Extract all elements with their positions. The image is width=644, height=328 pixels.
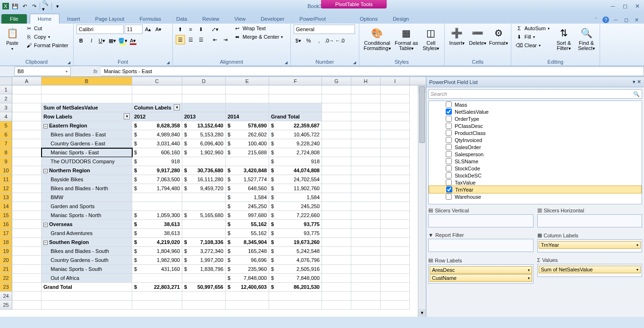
collapse-icon[interactable]: − <box>43 169 48 173</box>
tab-insert[interactable]: Insert <box>59 14 88 24</box>
row-pill-custname[interactable]: CustName▾ <box>430 274 532 282</box>
row-header[interactable]: 19 <box>0 247 12 256</box>
tab-data[interactable]: Data <box>169 14 195 24</box>
pane-dropdown-icon[interactable]: ▾ <box>633 79 636 85</box>
col-labels-filter[interactable]: ▾ <box>174 104 180 110</box>
pane-close-icon[interactable]: ✕ <box>637 79 641 85</box>
doc-close-icon[interactable]: ✕ <box>633 16 640 24</box>
increase-decimal-icon[interactable]: .0→ <box>325 36 334 45</box>
field-item-pclassdesc[interactable]: PClassDesc <box>429 122 642 129</box>
vertical-scrollbar[interactable]: ▲ ▼ <box>418 85 426 317</box>
fill-button[interactable]: ⬇Fill▾ <box>514 33 551 41</box>
format-painter-button[interactable]: 🖌Format Painter <box>24 42 70 49</box>
shrink-font-icon[interactable]: A▾ <box>154 25 163 34</box>
slicers-vertical-zone[interactable]: ▤Slicers Vertical <box>428 206 534 227</box>
decrease-decimal-icon[interactable]: ←.0 <box>335 36 345 45</box>
field-item-productclass[interactable]: ProductClass <box>429 129 642 136</box>
field-item-qtyinvoiced[interactable]: QtyInvoiced <box>429 136 642 143</box>
pivot-row-label[interactable]: Grand Adventures <box>42 229 132 238</box>
row-header[interactable]: 8 <box>0 148 12 157</box>
pivot-row-label[interactable]: BMW <box>42 193 132 202</box>
row-header[interactable]: 18 <box>0 238 12 247</box>
row-header[interactable]: 10 <box>0 166 12 175</box>
collapse-icon[interactable]: − <box>43 241 48 245</box>
undo-icon[interactable]: ↶ <box>21 2 28 10</box>
col-header-E[interactable]: E <box>226 77 269 85</box>
pivot-row-label[interactable]: Country Gardens - South <box>42 256 132 265</box>
pivot-row-label[interactable]: Country Gardens - East <box>42 139 132 148</box>
field-item-stockdesc[interactable]: StockDeSC <box>429 172 642 179</box>
search-icon[interactable]: 🔍 <box>633 91 640 97</box>
help-icon[interactable]: ? <box>602 17 609 23</box>
field-item-slsname[interactable]: SLSName <box>429 158 642 165</box>
copy-button[interactable]: ⎘Copy▾ <box>24 33 70 41</box>
scroll-down-icon[interactable]: ▼ <box>418 309 426 317</box>
pivot-row-label[interactable]: Garden and Sports <box>42 202 132 211</box>
field-item-salesorder[interactable]: SalesOrder <box>429 143 642 151</box>
formula-input[interactable]: Maniac Sports - East <box>101 67 644 76</box>
alignment-launcher[interactable]: ◢ <box>285 60 288 65</box>
field-checkbox[interactable] <box>446 186 452 193</box>
col-header-F[interactable]: F <box>269 77 322 85</box>
merge-center-button[interactable]: ⬌Merge & Center▾ <box>232 33 285 41</box>
number-format-combo[interactable] <box>294 25 355 34</box>
field-checkbox[interactable] <box>446 151 452 157</box>
align-top-icon[interactable]: ⬆ <box>176 25 185 34</box>
insert-cells-button[interactable]: ➕Insert▾ <box>448 25 466 46</box>
slicers-horizontal-zone[interactable]: ▥Slicers Horizontal <box>537 206 643 227</box>
tab-review[interactable]: Review <box>195 14 227 24</box>
row-header[interactable]: 15 <box>0 211 12 220</box>
delete-cells-button[interactable]: ➖Delete▾ <box>468 25 487 46</box>
align-middle-icon[interactable]: ≡ <box>186 25 195 34</box>
field-item-salesperson[interactable]: Salesperson <box>429 151 642 158</box>
field-item-warehouse[interactable]: Warehouse <box>429 193 642 200</box>
field-checkbox[interactable] <box>446 123 452 129</box>
row-labels-zone[interactable]: ▤Row Labels AreaDesc▾ CustName▾ <box>428 256 534 284</box>
report-filter-zone[interactable]: ▼Report Filter <box>428 231 534 252</box>
pivot-row-label[interactable]: Bayside Bikes <box>42 175 132 184</box>
row-header[interactable]: 24 <box>0 292 12 301</box>
row-header[interactable]: 17 <box>0 229 12 238</box>
row-header[interactable]: 11 <box>0 175 12 184</box>
field-item-ordertype[interactable]: OrderType <box>429 115 642 122</box>
tab-options[interactable]: Options <box>352 14 385 24</box>
restore-button[interactable]: ◻ <box>620 2 630 10</box>
row-header[interactable]: 25 <box>0 301 12 310</box>
fx-icon[interactable]: fx <box>90 68 101 74</box>
pivot-row-label[interactable]: Grand Total <box>42 283 132 292</box>
redo-icon[interactable]: ↷ <box>30 2 38 10</box>
font-launcher[interactable]: ◢ <box>167 60 169 65</box>
tab-home[interactable]: Home <box>30 14 59 24</box>
clear-button[interactable]: ⌫Clear▾ <box>514 42 551 49</box>
value-pill-netsales[interactable]: Sum of NetSalesValue▾ <box>539 266 641 273</box>
field-checkbox[interactable] <box>446 193 452 200</box>
paste-button[interactable]: 📋 Paste ▾ <box>3 25 22 51</box>
increase-indent-icon[interactable]: ⇥ <box>221 35 230 44</box>
conditional-formatting-button[interactable]: 🎨Conditional Formatting▾ <box>362 25 392 51</box>
row-labels-filter[interactable]: ▾ <box>124 113 130 119</box>
field-checkbox[interactable] <box>446 109 452 115</box>
minimize-ribbon-icon[interactable]: ˆ <box>592 16 600 24</box>
field-item-mass[interactable]: Mass <box>429 101 642 108</box>
font-color-icon[interactable]: A▾ <box>128 36 138 45</box>
align-left-icon[interactable]: ☰ <box>176 35 185 44</box>
col-header-H[interactable]: H <box>351 77 381 85</box>
tab-design[interactable]: Design <box>385 14 416 24</box>
pivot-row-label[interactable]: −Northern Region <box>42 166 132 175</box>
field-search-input[interactable]: Search🔍 <box>428 89 642 99</box>
border-icon[interactable]: ▦▾ <box>108 36 117 45</box>
pivot-row-label[interactable]: −Southen Region <box>42 238 132 247</box>
pivot-row-label[interactable]: Maniac Sports - East <box>42 148 132 157</box>
cell-styles-button[interactable]: ◫Cell Styles▾ <box>421 25 441 51</box>
column-pill-trnyear[interactable]: TrnYear▾ <box>539 241 641 249</box>
grow-font-icon[interactable]: A▴ <box>144 25 153 34</box>
tab-formulas[interactable]: Formulas <box>132 14 169 24</box>
collapse-icon[interactable]: − <box>43 223 48 227</box>
pivot-row-label[interactable]: −Overseas <box>42 220 132 229</box>
close-button[interactable]: ✕ <box>633 2 642 10</box>
row-header[interactable]: 5 <box>0 121 12 130</box>
col-header-I[interactable]: I <box>381 77 410 85</box>
field-checkbox[interactable] <box>446 179 452 185</box>
format-cells-button[interactable]: ⚙Format▾ <box>489 25 508 46</box>
field-checkbox[interactable] <box>446 172 452 178</box>
